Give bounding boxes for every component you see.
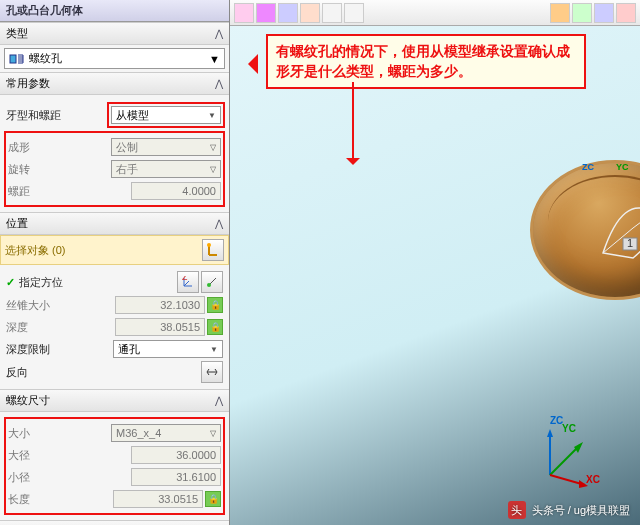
chevron-up-icon: ⋀ xyxy=(215,78,223,89)
thread-hole-geometry[interactable]: 1 xyxy=(530,160,640,300)
taper-label: 丝锥大小 xyxy=(6,298,115,313)
viewport-toolbar xyxy=(230,0,640,26)
minor-value: 31.6100 xyxy=(131,468,221,486)
length-value: 33.0515 xyxy=(113,490,203,508)
zc-label: ZC xyxy=(582,162,594,172)
arrowhead-icon xyxy=(346,158,360,172)
check-icon: ✓ xyxy=(6,276,15,289)
hole-wireframe: 1 xyxy=(593,183,640,273)
section-type[interactable]: 类型 ⋀ xyxy=(0,22,229,45)
lock-icon[interactable]: 🔒 xyxy=(207,319,223,335)
chevron-up-icon: ⋀ xyxy=(215,395,223,406)
svg-rect-0 xyxy=(10,55,16,63)
thread-type-dropdown[interactable]: 从模型▼ xyxy=(111,106,221,124)
taper-value: 32.1030 xyxy=(115,296,205,314)
chevron-down-icon: ▼ xyxy=(209,53,220,65)
tool-icon[interactable] xyxy=(344,3,364,23)
thread-hole-icon xyxy=(9,52,25,66)
toutiao-icon: 头 xyxy=(508,501,526,519)
type-dropdown[interactable]: 螺纹孔 ▼ xyxy=(4,48,225,69)
select-object-row[interactable]: 选择对象 (0) xyxy=(0,235,229,265)
reverse-label: 反向 xyxy=(6,365,199,380)
watermark: 头 头条号 / ug模具联盟 xyxy=(508,501,630,519)
tool-icon[interactable] xyxy=(278,3,298,23)
svg-marker-11 xyxy=(579,480,588,488)
chevron-up-icon: ⋀ xyxy=(215,28,223,39)
arrow-to-hole xyxy=(352,82,354,162)
panel-title: 孔或凸台几何体 xyxy=(0,0,229,22)
minor-label: 小径 xyxy=(8,470,131,485)
tool-icon[interactable] xyxy=(594,3,614,23)
rotation-dropdown: 右手▽ xyxy=(111,160,221,178)
orient-label: 指定方位 xyxy=(19,275,175,290)
size-label: 大小 xyxy=(8,426,111,441)
svg-point-1 xyxy=(207,243,211,247)
svg-rect-4 xyxy=(623,238,637,250)
tool-icon[interactable] xyxy=(300,3,320,23)
csys-icon[interactable]: z xyxy=(177,271,199,293)
rotation-label: 旋转 xyxy=(8,162,111,177)
form-label: 成形 xyxy=(8,140,111,155)
form-dropdown: 公制▽ xyxy=(111,138,221,156)
pitch-label: 螺距 xyxy=(8,184,131,199)
tool-icon[interactable] xyxy=(616,3,636,23)
depth-label: 深度 xyxy=(6,320,115,335)
svg-line-7 xyxy=(550,445,580,475)
pitch-value: 4.0000 xyxy=(131,182,221,200)
svg-point-3 xyxy=(207,283,211,287)
callout-annotation: 有螺纹孔的情况下，使用从模型继承设置确认成形牙是什么类型，螺距为多少。 xyxy=(266,34,586,89)
svg-marker-9 xyxy=(547,429,553,437)
tool-icon[interactable] xyxy=(572,3,592,23)
svg-marker-10 xyxy=(574,442,583,453)
lock-icon[interactable]: 🔒 xyxy=(207,297,223,313)
reverse-icon[interactable] xyxy=(201,361,223,383)
length-label: 长度 xyxy=(8,492,113,507)
section-params[interactable]: 常用参数 ⋀ xyxy=(0,72,229,95)
tool-icon[interactable] xyxy=(234,3,254,23)
property-panel: 孔或凸台几何体 类型 ⋀ 螺纹孔 ▼ 常用参数 ⋀ 牙型和螺距 从模型▼ 成形公… xyxy=(0,0,230,525)
tool-icon[interactable] xyxy=(322,3,342,23)
tool-icon[interactable] xyxy=(550,3,570,23)
thread-type-label: 牙型和螺距 xyxy=(6,108,109,123)
section-thread-size[interactable]: 螺纹尺寸 ⋀ xyxy=(0,389,229,412)
svg-text:z: z xyxy=(182,276,188,282)
yc-label: YC xyxy=(616,162,629,172)
depth-value: 38.0515 xyxy=(115,318,205,336)
svg-text:1: 1 xyxy=(627,237,633,249)
tool-icon[interactable] xyxy=(256,3,276,23)
lock-icon[interactable]: 🔒 xyxy=(205,491,221,507)
major-value: 36.0000 xyxy=(131,446,221,464)
size-dropdown: M36_x_4▽ xyxy=(111,424,221,442)
depth-limit-label: 深度限制 xyxy=(6,342,113,357)
view-triad: ZC YC XC xyxy=(520,415,600,495)
major-label: 大径 xyxy=(8,448,131,463)
section-list[interactable]: 列表 ⋀ xyxy=(0,520,229,525)
depth-limit-dropdown[interactable]: 通孔▼ xyxy=(113,340,223,358)
vector-icon[interactable] xyxy=(201,271,223,293)
chevron-up-icon: ⋀ xyxy=(215,218,223,229)
section-position[interactable]: 位置 ⋀ xyxy=(0,212,229,235)
select-icon[interactable] xyxy=(202,239,224,261)
